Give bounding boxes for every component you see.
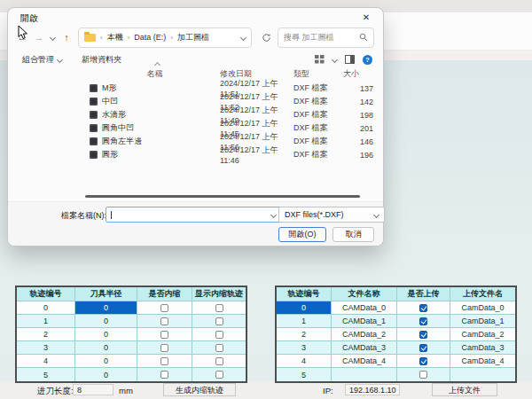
upload-name-cell[interactable]: CamData_2 (450, 328, 515, 341)
column-header-type[interactable]: 類型 (293, 68, 329, 80)
filename-input[interactable] (106, 207, 281, 223)
upload-name-cell[interactable]: CamData_1 (450, 315, 515, 328)
inset-checkbox[interactable] (160, 317, 168, 325)
cancel-button[interactable]: 取消 (332, 227, 374, 242)
trajectory-id-cell[interactable]: 1 (277, 315, 332, 328)
folder-icon (84, 34, 96, 42)
preview-pane-icon[interactable] (345, 55, 355, 64)
table-row: 5 0 (17, 368, 246, 381)
help-icon[interactable]: ? (363, 55, 372, 65)
table-row: 3 0 (17, 341, 246, 355)
trajectory-id-cell[interactable]: 2 (17, 328, 75, 341)
ip-input[interactable]: 192.168.1.10 (345, 384, 400, 395)
feed-length-input[interactable]: 8 (73, 384, 113, 395)
show-inset-checkbox[interactable] (215, 357, 223, 365)
filename-label: 檔案名稱(N): (61, 210, 106, 222)
upload-table: 轨迹编号 文件名称 是否上传 上传文件名 0 CAMData_0 CamData… (275, 286, 517, 383)
sort-ascending-icon (153, 62, 160, 68)
dxf-file-icon (90, 124, 98, 132)
show-inset-checkbox[interactable] (215, 371, 223, 379)
trajectory-id-cell[interactable]: 3 (277, 341, 332, 355)
close-icon[interactable]: ✕ (358, 11, 374, 25)
up-icon[interactable]: ↑ (61, 32, 72, 43)
table-row: 3 CAMData_3 CamData_3 (277, 341, 515, 355)
file-name-cell[interactable]: CAMData_4 (332, 355, 397, 368)
table-row: 2 CAMData_2 CamData_2 (277, 328, 515, 341)
upload-checkbox[interactable] (419, 357, 427, 365)
tool-radius-cell[interactable]: 0 (75, 315, 137, 328)
show-inset-checkbox[interactable] (215, 304, 223, 312)
inset-checkbox[interactable] (160, 304, 168, 312)
tool-radius-cell[interactable]: 0 (75, 355, 137, 368)
breadcrumb[interactable]: › 本機 › Data (E:) › 加工圖檔 (78, 27, 252, 48)
upload-checkbox[interactable] (419, 371, 427, 379)
forward-icon[interactable]: → (34, 32, 44, 43)
filetype-value: DXF files(*.DXF) (285, 210, 344, 219)
upload-name-cell[interactable]: CamData_0 (450, 301, 515, 315)
trajectory-id-cell[interactable]: 5 (17, 368, 75, 381)
breadcrumb-this-pc[interactable]: 本機 (107, 32, 123, 43)
upload-files-button[interactable]: 上传文件 (432, 383, 497, 396)
organize-button[interactable]: 組合管理 (22, 54, 54, 66)
inset-checkbox[interactable] (160, 344, 168, 352)
file-name-cell[interactable]: CAMData_2 (332, 328, 397, 341)
trajectory-id-cell[interactable]: 3 (17, 341, 75, 355)
filename-dropdown-icon[interactable] (270, 211, 277, 217)
filetype-dropdown-icon[interactable] (373, 211, 379, 217)
breadcrumb-current-folder[interactable]: 加工圖檔 (177, 32, 209, 43)
filetype-select[interactable]: DXF files(*.DXF) (278, 207, 385, 223)
show-inset-checkbox[interactable] (215, 344, 223, 352)
trajectory-id-cell[interactable]: 4 (17, 355, 75, 368)
inset-checkbox[interactable] (160, 357, 168, 365)
feed-length-label: 进刀长度: (37, 386, 74, 397)
upload-checkbox[interactable] (419, 317, 427, 325)
tool-radius-cell[interactable]: 0 (75, 328, 137, 341)
upload-name-cell[interactable]: CamData_3 (450, 341, 515, 355)
recent-locations-chevron-icon[interactable] (50, 34, 56, 40)
trajectory-table-header: 轨迹编号 刀具半径 是否内缩 显示内缩轨迹 (17, 287, 246, 301)
file-name-cell[interactable]: CAMData_1 (332, 315, 397, 328)
mouse-cursor (18, 25, 28, 40)
organize-chevron-icon[interactable] (57, 56, 63, 62)
column-header-size[interactable]: 大小 (329, 68, 373, 80)
file-name-cell[interactable]: CAMData_3 (332, 341, 397, 355)
view-grid-icon[interactable] (315, 55, 325, 64)
file-name-cell[interactable]: CAMData_0 (332, 301, 397, 315)
file-row[interactable]: 圓形 2024/12/17 上午 11:46 DXF 檔案 196 (90, 148, 373, 161)
trajectory-id-cell[interactable]: 4 (277, 355, 332, 368)
trajectory-id-cell[interactable]: 1 (17, 315, 75, 328)
trajectory-id-cell[interactable]: 5 (277, 368, 332, 381)
view-chevron-icon[interactable] (332, 56, 338, 62)
new-folder-button[interactable]: 新增資料夾 (82, 54, 121, 66)
generate-inset-button[interactable]: 生成内缩轨迹 (163, 383, 236, 396)
upload-checkbox[interactable] (419, 344, 427, 352)
open-button[interactable]: 開啟(O) (278, 227, 326, 242)
upload-name-cell[interactable] (450, 368, 515, 381)
upload-name-cell[interactable]: CamData_4 (450, 355, 515, 368)
ip-label: IP: (323, 386, 333, 395)
upload-checkbox[interactable] (419, 304, 427, 312)
feed-unit-label: mm (119, 386, 133, 395)
tool-radius-cell[interactable]: 0 (75, 368, 137, 381)
column-header-name[interactable]: 名稱 (90, 68, 220, 80)
inset-checkbox[interactable] (160, 331, 168, 339)
tool-radius-cell-selected[interactable]: 0 (75, 301, 137, 315)
file-name-cell[interactable] (332, 368, 397, 381)
dxf-file-icon (90, 151, 98, 159)
show-inset-checkbox[interactable] (215, 317, 223, 325)
horizontal-scrollbar[interactable] (85, 195, 360, 198)
trajectory-id-cell-selected[interactable]: 0 (277, 301, 332, 315)
breadcrumb-separator: › (100, 34, 103, 42)
trajectory-id-cell[interactable]: 2 (277, 328, 332, 341)
tool-radius-cell[interactable]: 0 (75, 341, 137, 355)
upload-table-header: 轨迹编号 文件名称 是否上传 上传文件名 (277, 287, 515, 301)
search-placeholder: 搜尋 加工圖檔 (284, 32, 334, 43)
show-inset-checkbox[interactable] (215, 331, 223, 339)
breadcrumb-drive[interactable]: Data (E:) (134, 33, 166, 42)
breadcrumb-dropdown-icon[interactable] (240, 34, 246, 40)
refresh-icon[interactable] (262, 33, 271, 43)
trajectory-id-cell[interactable]: 0 (17, 301, 75, 315)
inset-checkbox[interactable] (160, 371, 168, 379)
search-input[interactable]: 搜尋 加工圖檔 (278, 27, 374, 48)
upload-checkbox[interactable] (419, 331, 427, 339)
